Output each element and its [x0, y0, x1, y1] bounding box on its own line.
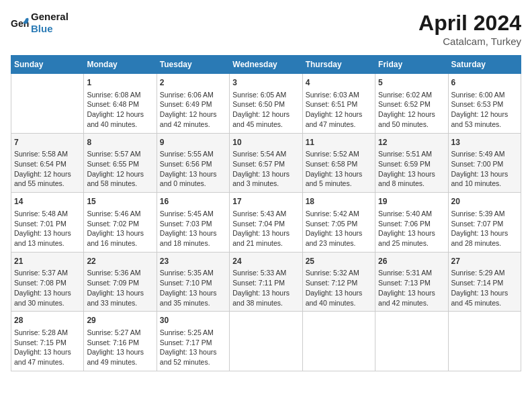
- cell-text: Daylight: 13 hours: [451, 228, 518, 238]
- cell-text: and 35 minutes.: [160, 298, 226, 308]
- cell-text: Sunset: 6:48 PM: [87, 99, 153, 109]
- cell-text: Sunrise: 5:29 AM: [451, 268, 518, 278]
- cell-text: Sunrise: 5:28 AM: [14, 328, 81, 338]
- calendar-cell: 13Sunrise: 5:49 AMSunset: 7:00 PMDayligh…: [448, 133, 521, 193]
- day-number: 17: [232, 196, 299, 208]
- day-number: 25: [306, 256, 372, 267]
- calendar-cell: 14Sunrise: 5:48 AMSunset: 7:01 PMDayligh…: [11, 193, 84, 253]
- day-of-week-header: Monday: [84, 56, 157, 74]
- cell-text: Daylight: 13 hours: [160, 228, 226, 238]
- cell-text: Sunset: 7:15 PM: [14, 338, 81, 348]
- cell-text: and 13 minutes.: [14, 238, 81, 248]
- main-title: April 2024: [418, 11, 521, 36]
- cell-text: Sunset: 7:16 PM: [87, 338, 153, 348]
- logo-icon: General: [11, 13, 30, 32]
- calendar-cell: [230, 312, 302, 371]
- cell-text: Daylight: 13 hours: [160, 288, 226, 298]
- calendar-cell: 3Sunrise: 6:05 AMSunset: 6:50 PMDaylight…: [230, 74, 302, 134]
- cell-text: and 50 minutes.: [378, 120, 445, 130]
- cell-text: Daylight: 13 hours: [14, 288, 81, 298]
- day-number: 1: [87, 77, 153, 89]
- calendar-cell: 10Sunrise: 5:54 AMSunset: 6:57 PMDayligh…: [230, 133, 302, 193]
- cell-text: Daylight: 13 hours: [160, 169, 226, 179]
- day-number: 5: [378, 77, 445, 89]
- calendar-cell: 2Sunrise: 6:06 AMSunset: 6:49 PMDaylight…: [157, 74, 229, 134]
- day-number: 27: [451, 256, 518, 267]
- calendar-cell: 26Sunrise: 5:31 AMSunset: 7:13 PMDayligh…: [375, 252, 448, 312]
- cell-text: Daylight: 13 hours: [87, 228, 153, 238]
- subtitle: Catalcam, Turkey: [418, 36, 521, 47]
- calendar-cell: 21Sunrise: 5:37 AMSunset: 7:08 PMDayligh…: [11, 252, 84, 312]
- cell-text: Sunset: 7:09 PM: [87, 278, 153, 288]
- cell-text: and 25 minutes.: [378, 238, 445, 248]
- cell-text: and 33 minutes.: [87, 298, 153, 308]
- cell-text: Sunset: 7:01 PM: [14, 219, 81, 229]
- calendar-week-row: 21Sunrise: 5:37 AMSunset: 7:08 PMDayligh…: [11, 252, 521, 312]
- calendar-cell: 7Sunrise: 5:58 AMSunset: 6:54 PMDaylight…: [11, 133, 84, 193]
- calendar-cell: 5Sunrise: 6:02 AMSunset: 6:52 PMDaylight…: [375, 74, 448, 134]
- cell-text: and 28 minutes.: [451, 238, 518, 248]
- cell-text: Sunrise: 5:31 AM: [378, 268, 445, 278]
- cell-text: and 16 minutes.: [87, 238, 153, 248]
- cell-text: Sunset: 7:14 PM: [451, 278, 518, 288]
- calendar-week-row: 7Sunrise: 5:58 AMSunset: 6:54 PMDaylight…: [11, 133, 521, 193]
- cell-text: Sunset: 7:12 PM: [306, 278, 372, 288]
- cell-text: Sunrise: 5:55 AM: [160, 149, 226, 159]
- cell-text: Daylight: 13 hours: [232, 228, 299, 238]
- cell-text: and 40 minutes.: [306, 298, 372, 308]
- day-number: 3: [232, 77, 299, 89]
- cell-text: Sunset: 7:03 PM: [160, 219, 226, 229]
- day-number: 30: [160, 315, 226, 326]
- cell-text: Sunset: 6:56 PM: [160, 159, 226, 169]
- cell-text: Sunset: 7:05 PM: [306, 219, 372, 229]
- cell-text: and 10 minutes.: [451, 179, 518, 189]
- cell-text: Sunrise: 6:08 AM: [87, 90, 153, 100]
- cell-text: Daylight: 13 hours: [160, 347, 226, 357]
- cell-text: Sunset: 6:58 PM: [306, 159, 372, 169]
- cell-text: and 18 minutes.: [160, 238, 226, 248]
- cell-text: Sunset: 6:57 PM: [232, 159, 299, 169]
- cell-text: Sunset: 7:00 PM: [451, 159, 518, 169]
- cell-text: Daylight: 13 hours: [14, 347, 81, 357]
- day-number: 23: [160, 256, 226, 267]
- cell-text: Sunrise: 5:45 AM: [160, 209, 226, 219]
- calendar-body: 1Sunrise: 6:08 AMSunset: 6:48 PMDaylight…: [11, 74, 521, 371]
- cell-text: and 21 minutes.: [232, 238, 299, 248]
- cell-text: and 5 minutes.: [306, 179, 372, 189]
- cell-text: Sunrise: 5:54 AM: [232, 149, 299, 159]
- calendar-week-row: 1Sunrise: 6:08 AMSunset: 6:48 PMDaylight…: [11, 74, 521, 134]
- cell-text: and 47 minutes.: [14, 357, 81, 367]
- cell-text: Daylight: 12 hours: [87, 109, 153, 120]
- cell-text: and 47 minutes.: [306, 120, 372, 130]
- cell-text: and 42 minutes.: [160, 120, 226, 130]
- day-of-week-header: Tuesday: [157, 56, 229, 74]
- cell-text: Sunset: 7:17 PM: [160, 338, 226, 348]
- title-block: April 2024 Catalcam, Turkey: [418, 11, 521, 47]
- cell-text: and 0 minutes.: [160, 179, 226, 189]
- calendar-cell: 29Sunrise: 5:27 AMSunset: 7:16 PMDayligh…: [84, 312, 157, 371]
- cell-text: and 45 minutes.: [232, 120, 299, 130]
- day-of-week-header: Saturday: [448, 56, 521, 74]
- cell-text: Daylight: 13 hours: [87, 288, 153, 298]
- calendar-cell: 25Sunrise: 5:32 AMSunset: 7:12 PMDayligh…: [302, 252, 375, 312]
- cell-text: Daylight: 12 hours: [451, 109, 518, 120]
- calendar-cell: 19Sunrise: 5:40 AMSunset: 7:06 PMDayligh…: [375, 193, 448, 253]
- cell-text: Sunrise: 5:46 AM: [87, 209, 153, 219]
- cell-text: Sunset: 6:52 PM: [378, 99, 445, 109]
- logo: General General Blue: [11, 11, 69, 35]
- cell-text: Sunrise: 6:03 AM: [306, 90, 372, 100]
- cell-text: Daylight: 12 hours: [160, 109, 226, 120]
- cell-text: Daylight: 13 hours: [378, 169, 445, 179]
- cell-text: Daylight: 12 hours: [87, 169, 153, 179]
- day-number: 2: [160, 77, 226, 89]
- calendar-cell: 16Sunrise: 5:45 AMSunset: 7:03 PMDayligh…: [157, 193, 229, 253]
- cell-text: and 38 minutes.: [232, 298, 299, 308]
- cell-text: Daylight: 13 hours: [87, 347, 153, 357]
- day-of-week-header: Thursday: [302, 56, 375, 74]
- cell-text: and 3 minutes.: [232, 179, 299, 189]
- cell-text: Sunset: 7:02 PM: [87, 219, 153, 229]
- cell-text: Sunset: 6:51 PM: [306, 99, 372, 109]
- calendar-cell: 30Sunrise: 5:25 AMSunset: 7:17 PMDayligh…: [157, 312, 229, 371]
- cell-text: and 42 minutes.: [378, 298, 445, 308]
- calendar-header-row: SundayMondayTuesdayWednesdayThursdayFrid…: [11, 56, 521, 74]
